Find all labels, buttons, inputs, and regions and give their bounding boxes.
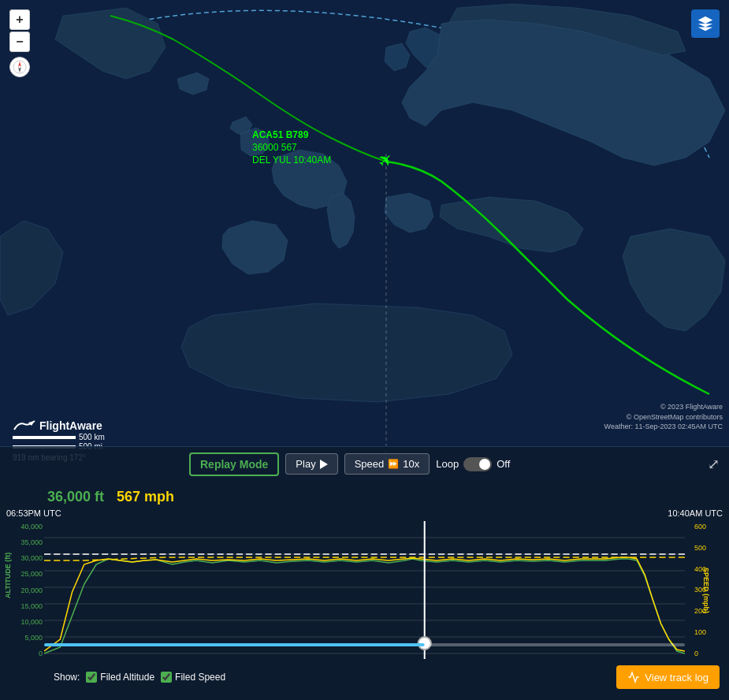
filed-speed-checkbox[interactable]: Filed Speed [161,672,225,683]
current-altitude: 36,000 ft [47,489,104,505]
layers-button[interactable] [691,9,720,38]
flightaware-logo: FlightAware [13,418,102,434]
logo-text: FlightAware [39,419,102,432]
show-text: Show: [54,672,80,683]
filed-altitude-checkbox[interactable]: Filed Altitude [86,672,154,683]
view-track-log-button[interactable]: View track log [616,665,720,689]
compass-button[interactable] [9,57,30,77]
speed-axis-label: SPEED (mph) [702,567,710,612]
play-button[interactable]: Play [285,453,337,475]
time-labels: 06:53PM UTC 10:40AM UTC [0,508,729,518]
zoom-out-button[interactable]: − [9,32,30,52]
scale-km: 500 km [79,433,105,441]
loop-toggle-switch[interactable] [463,457,492,471]
svg-rect-20 [44,643,425,646]
loop-state: Off [497,458,510,470]
play-label: Play [296,458,315,470]
time-end: 10:40AM UTC [668,508,723,518]
filed-speed-input[interactable] [161,672,172,683]
view-log-label: View track log [645,672,709,683]
replay-bar: Replay Mode Play Speed ⏩ 10x Loop Off ⤢ [0,446,729,481]
svg-rect-21 [425,643,685,646]
loop-control: Loop Off [436,457,510,471]
chart-area: 40,000 35,000 30,000 25,000 20,000 15,00… [0,521,729,659]
replay-mode-button[interactable]: Replay Mode [189,452,279,476]
filed-speed-label: Filed Speed [175,672,225,683]
filed-altitude-label: Filed Altitude [100,672,154,683]
chart-footer: Show: Filed Altitude Filed Speed View tr… [0,659,729,689]
speed-button[interactable]: Speed ⏩ 10x [344,453,430,475]
osm-text: © OpenStreetMap contributors [604,412,723,423]
loop-label: Loop [436,458,459,470]
map-copyright: © 2023 FlightAware © OpenStreetMap contr… [604,402,723,432]
track-log-icon [627,671,640,683]
speed-value: 10x [403,458,419,470]
altitude-axis-label: ALTITUDE (ft) [4,583,12,598]
current-speed: 567 mph [117,489,174,505]
speed-arrows-icon: ⏩ [388,459,399,469]
expand-button[interactable]: ⤢ [708,456,720,473]
map-controls: + − [9,9,30,77]
copyright-text: © 2023 FlightAware [604,402,723,412]
play-icon [320,460,328,469]
filed-altitude-input[interactable] [86,672,97,683]
speed-label: Speed [355,458,385,470]
chart-container: 36,000 ft 567 mph 06:53PM UTC 10:40AM UT… [0,481,729,700]
svg-text:DEL YUL 10:40AM: DEL YUL 10:40AM [252,155,331,166]
svg-text:36000 567: 36000 567 [252,142,297,153]
weather-text: Weather: 11-Sep-2023 02:45AM UTC [604,422,723,432]
time-start: 06:53PM UTC [6,508,61,518]
svg-text:ACA51 B789: ACA51 B789 [252,129,309,140]
show-labels: Show: Filed Altitude Filed Speed [47,667,232,687]
map-container: ✈ ACA51 B789 36000 567 DEL YUL 10:40AM +… [0,0,729,481]
zoom-in-button[interactable]: + [9,9,30,30]
chart-svg[interactable] [44,521,685,659]
chart-header: 36,000 ft 567 mph [0,489,729,508]
